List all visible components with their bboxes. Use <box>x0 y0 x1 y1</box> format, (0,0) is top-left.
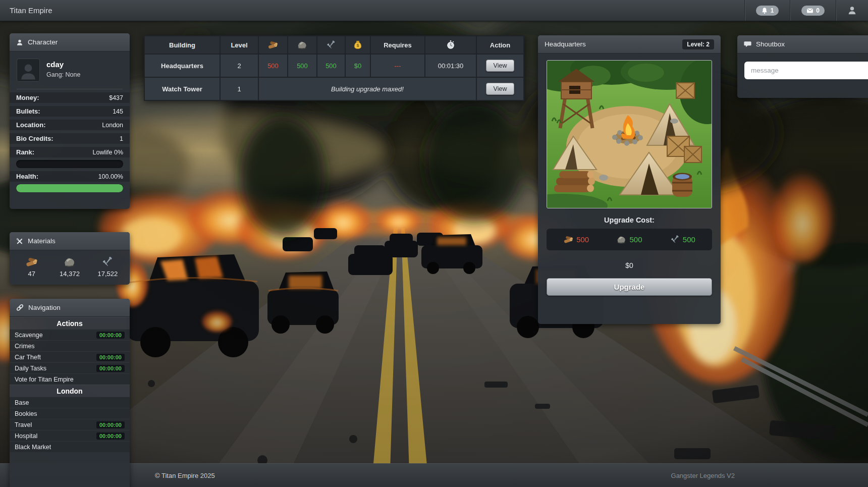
stat-bio-credits: Bio Credits: 1 <box>10 133 130 144</box>
stat-location: Location: London <box>10 120 130 130</box>
timer-badge: 00:00:00 <box>96 365 125 372</box>
stat-value: 1 <box>120 135 123 142</box>
account-menu-button[interactable] <box>836 0 868 21</box>
bell-icon <box>761 7 768 14</box>
nav-item-hospital[interactable]: Hospital 00:00:00 <box>10 430 130 441</box>
nav-section-london: London <box>10 385 130 397</box>
upgrade-cost-box: 500 500 500 <box>547 229 712 250</box>
material-stone: 14,372 <box>50 255 88 278</box>
user-icon <box>847 6 857 15</box>
nav-item-scavenge[interactable]: Scavenge 00:00:00 <box>10 329 130 340</box>
screws-count: 17,522 <box>89 270 127 278</box>
stat-rank: Rank: Lowlife 0% <box>10 147 130 157</box>
navigation-panel-header: Navigation <box>10 299 130 317</box>
footer-version: Gangster Legends V2 <box>671 472 735 479</box>
materials-panel: Materials 47 14,372 17,522 <box>10 232 130 285</box>
cost-money: $0 <box>345 54 370 77</box>
envelope-icon <box>806 7 813 14</box>
building-level: 2 <box>220 54 258 77</box>
table-row-headquarters: Headquarters 2 500 500 500 $0 --- 00:01:… <box>144 54 524 77</box>
nav-item-black-market[interactable]: Black Market <box>10 441 130 452</box>
upgrade-time: 00:01:30 <box>425 54 476 77</box>
action-cell: View <box>476 54 524 77</box>
screws-icon <box>326 39 337 50</box>
nav-item-vote[interactable]: Vote for Titan Empire <box>10 373 130 385</box>
stat-bullets: Bullets: 145 <box>10 106 130 117</box>
nav-item-base[interactable]: Base <box>10 397 130 408</box>
divider <box>17 89 123 89</box>
cost-stone-value: 500 <box>629 235 642 244</box>
notifications-pill: 1 <box>756 6 779 16</box>
timer-badge: 00:00:00 <box>96 332 125 339</box>
character-panel-header: Character <box>10 33 130 51</box>
stat-label: Location: <box>16 121 46 129</box>
col-screws <box>317 36 345 54</box>
col-wood <box>258 36 288 54</box>
nav-section-actions: Actions <box>10 317 130 329</box>
timer-badge: 00:00:00 <box>96 421 125 428</box>
character-name[interactable]: cday <box>46 59 80 69</box>
messages-count: 0 <box>816 7 820 14</box>
stone-icon <box>297 39 308 50</box>
view-watch-tower-button[interactable]: View <box>486 83 515 95</box>
nav-item-label: Base <box>15 399 29 406</box>
stat-label: Bio Credits: <box>16 135 53 142</box>
timer-badge: 00:00:00 <box>96 432 125 440</box>
app-title[interactable]: Titan Empire <box>0 6 52 15</box>
maxed-message: Building upgrade maxed! <box>258 77 476 100</box>
timer-badge: 00:00:00 <box>96 354 125 361</box>
nav-item-label: Crimes <box>15 343 35 350</box>
cost-screws: 500 <box>317 54 345 77</box>
upgrade-cost-label: Upgrade Cost: <box>538 216 721 224</box>
nav-item-label: Hospital <box>15 432 37 440</box>
cost-wood-value: 500 <box>576 235 589 244</box>
col-level: Level <box>220 36 258 54</box>
health-progress-fill <box>16 184 123 192</box>
notifications-button[interactable]: 1 <box>744 0 790 21</box>
character-panel-title: Character <box>28 38 58 46</box>
nav-item-travel[interactable]: Travel 00:00:00 <box>10 419 130 430</box>
table-row-watch-tower: Watch Tower 1 Building upgrade maxed! Vi… <box>144 77 524 100</box>
wood-icon <box>563 234 574 245</box>
cost-wood: 500 <box>258 54 288 77</box>
shoutbox-message-input[interactable] <box>744 62 868 79</box>
building-table: Building Level Requires Action Headquart… <box>144 35 524 101</box>
nav-item-label: Car Theft <box>15 354 41 361</box>
stat-money: Money: $437 <box>10 92 130 103</box>
messages-button[interactable]: 0 <box>790 0 836 21</box>
materials-panel-header: Materials <box>10 232 130 250</box>
stat-value: $437 <box>109 94 123 101</box>
nav-item-crimes[interactable]: Crimes <box>10 340 130 351</box>
upgrade-button[interactable]: Upgrade <box>547 278 712 296</box>
cost-wood: 500 <box>563 234 589 245</box>
stat-label: Bullets: <box>16 107 40 115</box>
nav-item-bookies[interactable]: Bookies <box>10 408 130 419</box>
money-cost: $0 <box>538 261 721 269</box>
top-navbar: Titan Empire 1 0 <box>0 0 868 21</box>
messages-pill: 0 <box>801 6 825 16</box>
navigation-panel-title: Navigation <box>28 304 61 311</box>
wood-count: 47 <box>13 270 50 278</box>
wood-icon <box>25 255 38 268</box>
cost-stone: 500 <box>616 234 642 245</box>
view-headquarters-button[interactable]: View <box>486 60 515 72</box>
material-wood: 47 <box>13 255 50 278</box>
building-name: Headquarters <box>144 54 220 77</box>
nav-item-daily-tasks[interactable]: Daily Tasks 00:00:00 <box>10 362 130 373</box>
nav-item-label: Travel <box>15 421 32 428</box>
action-cell: View <box>476 77 524 100</box>
stat-value: London <box>102 122 123 129</box>
avatar[interactable] <box>17 59 40 82</box>
cost-screws-value: 500 <box>683 235 695 244</box>
health-progress-bar <box>16 184 123 192</box>
nav-item-car-theft[interactable]: Car Theft 00:00:00 <box>10 351 130 362</box>
stat-label: Money: <box>16 94 39 101</box>
level-badge: Level: 2 <box>682 39 714 49</box>
headquarters-panel-title: Headquarters <box>545 40 586 48</box>
wood-icon <box>267 39 279 50</box>
col-money <box>345 36 370 54</box>
stat-value: 145 <box>113 108 123 115</box>
materials-panel-title: Materials <box>28 237 56 245</box>
cost-screws: 500 <box>670 234 695 245</box>
headquarters-panel: Headquarters Level: 2 <box>538 35 721 324</box>
